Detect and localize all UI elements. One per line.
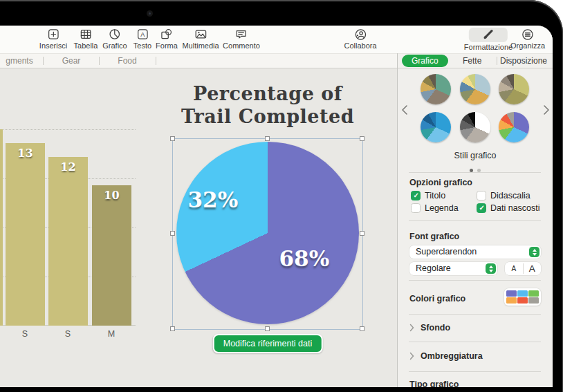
- collaborate-icon: [344, 28, 376, 41]
- chevron-right-icon: [409, 324, 414, 332]
- gallery-page-dots[interactable]: [398, 162, 553, 175]
- tab-disposizione[interactable]: Disposizione: [500, 56, 547, 66]
- organize-icon: [510, 28, 545, 41]
- format-brush-icon: [469, 28, 508, 42]
- checkbox-box[interactable]: [477, 191, 486, 200]
- color-swatch: [528, 297, 539, 304]
- chart-style-thumbnail[interactable]: [499, 74, 529, 104]
- tab-fette[interactable]: Fette: [463, 56, 481, 66]
- chart-styles-label: Stili grafico: [398, 151, 553, 160]
- color-swatch: [506, 297, 517, 304]
- collaborate-button[interactable]: Collabora: [344, 28, 376, 50]
- bar-category-label: S: [65, 329, 71, 339]
- bar-value-label: 12: [48, 160, 88, 174]
- shape-icon: [156, 28, 178, 41]
- app-screen: Inserisci Tabella Grafico A Testo: [0, 26, 553, 387]
- edit-data-references-button[interactable]: Modifica riferimenti dati: [213, 334, 323, 353]
- divider: [409, 314, 541, 315]
- selection-handle[interactable]: [360, 231, 364, 236]
- front-camera: [147, 10, 153, 17]
- selection-handle[interactable]: [265, 326, 270, 331]
- color-swatch: [517, 290, 528, 297]
- organize-button[interactable]: Organizza: [510, 28, 545, 50]
- chart-style-thumbnail[interactable]: [499, 112, 529, 142]
- sheet-tab-gear[interactable]: Gear: [62, 56, 81, 66]
- selection-handle[interactable]: [170, 231, 175, 236]
- bar-value-label: 10: [92, 189, 131, 202]
- tab-grafico[interactable]: Grafico: [402, 55, 448, 67]
- selection-handle[interactable]: [170, 326, 175, 331]
- document-canvas: 13 12 10 S S M Percentage of Trail Compl…: [0, 68, 397, 387]
- increase-font-button[interactable]: A: [523, 263, 542, 274]
- media-icon: [182, 28, 219, 41]
- stepper-icon[interactable]: [529, 247, 539, 257]
- checkbox-box[interactable]: [411, 203, 421, 213]
- shadow-disclosure[interactable]: Ombreggiatura: [409, 351, 483, 361]
- color-swatch: [506, 290, 517, 297]
- media-button[interactable]: Multimedia: [182, 28, 219, 50]
- decrease-font-button[interactable]: A: [505, 265, 523, 272]
- text-icon: A: [133, 28, 151, 41]
- chart-button[interactable]: Grafico: [102, 28, 127, 50]
- chart-options-label: Opzioni grafico: [409, 178, 472, 187]
- comment-button[interactable]: Commento: [223, 28, 260, 50]
- chart-style-thumbnail[interactable]: [421, 74, 451, 104]
- color-swatch: [517, 297, 528, 304]
- bar-partial[interactable]: [0, 129, 3, 326]
- bar[interactable]: 10: [92, 185, 131, 326]
- sidebar-body: Stili grafico Opzioni grafico Titolo Did…: [398, 68, 553, 387]
- chart-style-thumbnail[interactable]: [460, 112, 490, 142]
- pie[interactable]: 32% 68%: [176, 142, 359, 324]
- insert-plus-icon: [39, 28, 67, 41]
- chart-colors-swatch-button[interactable]: [504, 288, 541, 306]
- tab-separator: [156, 57, 156, 65]
- selection-handle[interactable]: [170, 136, 175, 141]
- sheet-tab-segments[interactable]: gments: [6, 56, 33, 66]
- checkbox-titolo[interactable]: Titolo: [411, 191, 445, 200]
- pie-chart-title: Percentage of Trail Completed: [149, 82, 387, 128]
- sheet-tab-strip: gments Gear Food: [0, 53, 397, 68]
- selection-handle[interactable]: [265, 136, 270, 141]
- chart-font-label: Font grafico: [409, 232, 459, 241]
- gallery-next-button[interactable]: [543, 104, 550, 118]
- font-size-segment[interactable]: A A: [505, 262, 541, 275]
- table-icon: [74, 28, 98, 41]
- comment-icon: [223, 28, 260, 41]
- gallery-prev-button[interactable]: [401, 104, 408, 118]
- checkbox-legenda[interactable]: Legenda: [411, 203, 459, 213]
- checkbox-didascalia[interactable]: Didascalia: [477, 191, 530, 200]
- checkbox-dati-nascosti[interactable]: Dati nascosti: [477, 203, 540, 213]
- svg-text:A: A: [140, 31, 145, 38]
- chart-style-thumbnail[interactable]: [460, 74, 490, 104]
- format-button[interactable]: Formattazione: [464, 28, 513, 51]
- divider: [409, 172, 541, 173]
- tab-separator: [497, 57, 497, 65]
- tab-separator: [43, 57, 44, 65]
- chart-style-thumbnail[interactable]: [421, 112, 451, 142]
- divider: [409, 371, 541, 372]
- checkbox-box[interactable]: [411, 191, 421, 200]
- font-style-dropdown[interactable]: Regolare: [409, 262, 497, 275]
- stepper-icon[interactable]: [486, 263, 496, 274]
- bar[interactable]: 13: [6, 143, 45, 326]
- bar[interactable]: 12: [48, 157, 88, 326]
- pie-slice-label: 68%: [279, 246, 329, 271]
- checkbox-box[interactable]: [477, 203, 486, 213]
- insert-button[interactable]: Inserisci: [39, 28, 67, 50]
- chart-type-label: Tipo grafico: [409, 380, 459, 387]
- font-family-dropdown[interactable]: Superclarendon: [409, 245, 541, 259]
- chart-colors-label: Colori grafico: [409, 294, 465, 304]
- divider: [409, 342, 541, 342]
- pie-slice-label: 32%: [187, 187, 238, 212]
- background-disclosure[interactable]: Sfondo: [409, 323, 450, 333]
- tab-separator: [99, 57, 100, 65]
- selection-handle[interactable]: [360, 326, 364, 331]
- table-button[interactable]: Tabella: [74, 28, 98, 50]
- shape-button[interactable]: Forma: [156, 28, 178, 50]
- text-button[interactable]: A Testo: [133, 28, 151, 50]
- chevron-right-icon: [409, 352, 414, 360]
- pie-chart-icon: [102, 28, 127, 41]
- toolbar: Inserisci Tabella Grafico A Testo: [0, 26, 553, 53]
- selection-handle[interactable]: [360, 136, 364, 141]
- sheet-tab-food[interactable]: Food: [118, 56, 136, 66]
